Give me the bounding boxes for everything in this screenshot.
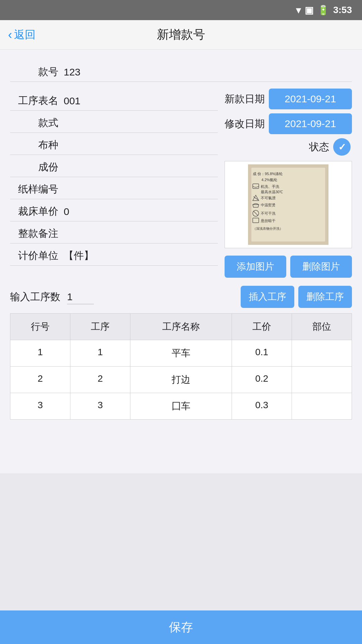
svg-text:最高水温30℃: 最高水温30℃ (261, 190, 283, 194)
gongxubiao-label: 工序表名 (10, 94, 64, 108)
image-buttons: 添加图片 删除图片 (225, 256, 352, 278)
buzhong-label: 布种 (10, 138, 64, 152)
insert-process-button[interactable]: 插入工序 (241, 286, 294, 308)
clothing-label-svg: 成 份：95.8%涤纶 4.2%氨纶 机洗、手洗 最高水温30℃ 不可氯漂 中温… (248, 164, 328, 245)
buzhong-row: 布种 (10, 133, 218, 155)
table-section: 输入工序数 插入工序 删除工序 行号 工序 工序名称 工价 部位 1 1 (10, 286, 352, 420)
delete-process-button[interactable]: 删除工序 (298, 286, 352, 308)
kuanhao-value[interactable]: 123 (64, 66, 352, 78)
svg-text:中温熨烫: 中温熨烫 (261, 203, 276, 207)
save-bar[interactable]: 保存 (0, 610, 362, 644)
process-table: 行号 工序 工序名称 工价 部位 1 1 平车 0.1 2 2 打边 0.2 3… (10, 313, 352, 420)
cell-part (292, 340, 352, 367)
jijia-row: 计价单位 【件】 (10, 244, 218, 266)
zhiyang-label: 纸样编号 (10, 182, 64, 196)
col-part: 部位 (292, 314, 352, 340)
page-title: 新增款号 (157, 26, 205, 43)
cell-rownum: 2 (10, 367, 70, 393)
time-display: 3:53 (333, 5, 352, 15)
chengfen-row: 成份 (10, 155, 218, 177)
jijia-value[interactable]: 【件】 (64, 249, 218, 263)
svg-text:成 份：95.8%涤纶: 成 份：95.8%涤纶 (253, 172, 283, 176)
save-button-label: 保存 (169, 619, 193, 636)
zhengkuan-label: 整款备注 (10, 227, 64, 240)
chengfen-label: 成份 (10, 160, 64, 174)
two-col-section: 工序表名 001 款式 布种 成份 纸样编号 (10, 89, 352, 278)
action-buttons: 插入工序 删除工序 (241, 286, 352, 308)
process-input-row: 输入工序数 插入工序 删除工序 (10, 286, 352, 308)
caichuang-label: 裁床单价 (10, 205, 64, 218)
svg-text:不可氯漂: 不可氯漂 (261, 196, 276, 200)
table-header-row: 行号 工序 工序名称 工价 部位 (10, 314, 352, 340)
cell-process: 3 (70, 393, 130, 420)
newdate-label: 新款日期 (225, 92, 265, 106)
kuanhao-label: 款号 (10, 65, 64, 79)
status-bar: ▾ ▣ 🔋 3:53 (0, 0, 362, 20)
svg-text:机洗、手洗: 机洗、手洗 (261, 184, 279, 189)
check-icon: ✓ (338, 142, 346, 153)
shurugongxu-label: 输入工序数 (10, 290, 60, 304)
cell-name: 平车 (130, 340, 232, 367)
svg-text:不可干洗: 不可干洗 (261, 211, 276, 215)
cell-price: 0.1 (232, 340, 292, 367)
signal-icon: ▣ (305, 5, 313, 16)
zhengkuan-row: 整款备注 (10, 221, 218, 244)
cell-part (292, 367, 352, 393)
status-icons: ▾ ▣ 🔋 3:53 (296, 5, 352, 16)
kuanhao-row: 款号 123 (10, 60, 352, 82)
col-price: 工价 (232, 314, 292, 340)
cell-rownum: 1 (10, 340, 70, 367)
newdate-button[interactable]: 2021-09-21 (269, 89, 352, 109)
kuanshi-row: 款式 (10, 111, 218, 133)
cell-price: 0.2 (232, 367, 292, 393)
cell-rownum: 3 (10, 393, 70, 420)
col-process: 工序 (70, 314, 130, 340)
delete-image-button[interactable]: 删除图片 (290, 256, 352, 278)
moddate-label: 修改日期 (225, 117, 265, 131)
back-arrow-icon: ‹ (8, 28, 12, 42)
jijia-label: 计价单位 (10, 249, 64, 263)
cell-name: 囗车 (130, 393, 232, 420)
header: ‹ 返回 新增款号 (0, 20, 362, 50)
svg-text:悬挂晾干: 悬挂晾干 (260, 219, 276, 223)
col-rownum: 行号 (10, 314, 70, 340)
moddate-button[interactable]: 2021-09-21 (269, 113, 352, 134)
svg-text:（深浅衣物分开洗）: （深浅衣物分开洗） (253, 227, 283, 230)
cell-price: 0.3 (232, 393, 292, 420)
kuanshi-label: 款式 (10, 116, 64, 130)
left-column: 工序表名 001 款式 布种 成份 纸样编号 (10, 89, 225, 278)
add-image-button[interactable]: 添加图片 (225, 256, 286, 278)
moddate-row: 修改日期 2021-09-21 (225, 113, 352, 134)
main-content: 款号 123 工序表名 001 款式 布种 成份 (0, 50, 362, 473)
gongxubiao-row: 工序表名 001 (10, 89, 218, 111)
caichuang-row: 裁床单价 0 (10, 199, 218, 221)
zhiyang-row: 纸样编号 (10, 177, 218, 199)
status-row: 状态 ✓ (225, 138, 352, 156)
cell-part (292, 393, 352, 420)
caichuang-value[interactable]: 0 (64, 206, 218, 217)
back-button[interactable]: ‹ 返回 (8, 28, 36, 42)
shurugongxu-input[interactable] (67, 290, 94, 304)
gongxubiao-value[interactable]: 001 (64, 95, 218, 107)
status-check[interactable]: ✓ (333, 138, 351, 156)
image-preview: 成 份：95.8%涤纶 4.2%氨纶 机洗、手洗 最高水温30℃ 不可氯漂 中温… (225, 161, 352, 248)
newdate-row: 新款日期 2021-09-21 (225, 89, 352, 109)
svg-text:4.2%氨纶: 4.2%氨纶 (261, 178, 277, 182)
table-row[interactable]: 1 1 平车 0.1 (10, 340, 352, 367)
table-row[interactable]: 3 3 囗车 0.3 (10, 393, 352, 420)
back-label: 返回 (14, 28, 36, 42)
col-name: 工序名称 (130, 314, 232, 340)
battery-icon: 🔋 (317, 5, 329, 16)
wifi-icon: ▾ (296, 5, 301, 16)
status-label: 状态 (309, 140, 329, 154)
table-row[interactable]: 2 2 打边 0.2 (10, 367, 352, 393)
cell-process: 1 (70, 340, 130, 367)
cell-name: 打边 (130, 367, 232, 393)
cell-process: 2 (70, 367, 130, 393)
right-column: 新款日期 2021-09-21 修改日期 2021-09-21 状态 ✓ (225, 89, 352, 278)
